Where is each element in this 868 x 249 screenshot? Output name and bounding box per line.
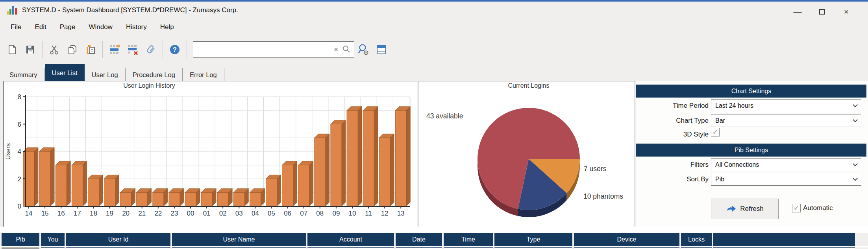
svg-text:13: 13 [397,210,405,217]
chart-type-dropdown[interactable]: Bar [711,114,861,127]
table-cell [2,247,39,249]
layout-view-icon [376,44,387,55]
save-button[interactable] [21,39,39,60]
menu-window[interactable]: Window [82,21,119,33]
chart-type-label: Chart Type [636,114,709,127]
cut-button[interactable] [45,39,63,60]
time-period-value: Last 24 hours [715,102,853,109]
style-3d-checkbox[interactable]: ✓ [711,128,720,136]
svg-text:8: 8 [18,93,21,101]
chevron-down-icon [853,117,858,122]
table-cell [574,247,679,249]
column-header-blank[interactable] [713,233,855,246]
menu-history[interactable]: History [119,21,154,33]
search-clear-icon[interactable]: × [331,45,341,54]
chevron-down-icon [853,176,858,181]
toolbar-separator [42,41,43,58]
column-header-type[interactable]: Type [494,233,572,246]
table-cell [66,247,170,249]
style-3d-label: 3D Style [636,128,709,141]
chart-type-value: Bar [715,117,853,124]
window-controls: — × [785,3,859,20]
paste-button[interactable] [81,39,100,60]
insert-row-button[interactable] [105,39,124,60]
table-cell [172,247,306,249]
chart-settings-header: Chart Settings [636,85,866,98]
menu-edit[interactable]: Edit [28,21,53,33]
tab-procedure-log[interactable]: Procedure Log [126,68,183,82]
filters-value: All Connections [715,161,853,168]
new-document-button[interactable] [3,39,21,60]
sort-by-dropdown[interactable]: Pib [711,173,861,186]
svg-text:07: 07 [300,210,307,217]
svg-text:18: 18 [90,210,97,217]
copy-button[interactable] [63,39,81,60]
paperclip-icon [145,44,157,55]
menu-page[interactable]: Page [53,21,82,33]
svg-text:10 phantoms: 10 phantoms [583,192,623,200]
svg-text:04: 04 [252,210,259,217]
help-icon: ? [169,44,181,55]
svg-text:08: 08 [316,210,324,217]
tab-summary[interactable]: Summary [2,68,45,82]
time-period-label: Time Period [636,99,709,112]
time-period-dropdown[interactable]: Last 24 hours [711,99,861,112]
delete-row-icon [127,44,139,55]
column-header-device[interactable]: Device [574,233,679,246]
column-header-account[interactable]: Account [307,233,394,246]
delete-row-button[interactable] [124,39,142,60]
svg-text:06: 06 [284,210,291,217]
table-cell [41,247,65,249]
column-header-user-name[interactable]: User Name [172,233,306,246]
column-header-you[interactable]: You [41,233,65,246]
table-cell [713,247,855,249]
column-header-time[interactable]: Time [444,233,493,246]
svg-text:12: 12 [381,210,389,217]
current-logins-chart: 7 users10 phantoms43 availableCurrent Lo… [418,81,635,227]
refresh-button[interactable]: Refresh [711,199,779,219]
settings-panel: Chart Settings Time Period Last 24 hours… [636,81,868,227]
help-button[interactable]: ? [166,39,184,60]
menu-help[interactable]: Help [154,21,181,33]
automatic-checkbox[interactable]: ✓ [792,204,801,212]
refresh-arrow-icon [726,205,736,213]
window-titlebar: SYSTEM.D - System Dashboard [SYSTEM.D*DR… [0,0,868,19]
search-icon[interactable] [341,44,352,55]
svg-text:7 users: 7 users [584,165,607,173]
column-header-date[interactable]: Date [396,233,442,246]
column-header-pib[interactable]: Pib [2,233,39,246]
svg-text:6: 6 [18,121,21,128]
svg-text:Current Logins: Current Logins [508,82,550,89]
sort-by-value: Pib [715,176,853,183]
svg-text:22: 22 [154,210,162,217]
svg-text:43 available: 43 available [426,112,463,120]
grid-gap [0,227,868,233]
svg-text:15: 15 [41,210,49,217]
column-header-user-id[interactable]: User Id [66,233,170,246]
table-row [2,247,857,249]
svg-text:21: 21 [138,210,146,217]
refresh-label: Refresh [740,205,764,213]
search-input[interactable] [193,42,331,57]
chevron-down-icon [853,161,858,166]
tab-user-log[interactable]: User Log [85,68,126,82]
search-settings-button[interactable] [354,39,372,60]
svg-text:Users: Users [5,143,11,160]
maximize-button[interactable] [810,3,834,20]
check-icon: ✓ [712,129,718,136]
tab-user-list[interactable]: User List [45,64,85,82]
attach-button[interactable] [142,39,160,60]
minimize-button[interactable]: — [785,3,810,20]
close-button[interactable]: × [834,3,859,20]
layout-view-button[interactable] [372,39,391,60]
column-header-locks[interactable]: Locks [681,233,712,246]
table-cell [444,247,493,249]
user-login-history-panel: 1415161718192021222300010203040506070809… [3,81,417,227]
svg-text:05: 05 [268,210,275,217]
paste-icon [85,44,96,55]
tab-error-log[interactable]: Error Log [183,68,224,82]
svg-text:?: ? [173,46,177,53]
content-area: 1415161718192021222300010203040506070809… [0,81,868,227]
filters-dropdown[interactable]: All Connections [711,158,861,171]
menu-file[interactable]: File [4,21,28,33]
